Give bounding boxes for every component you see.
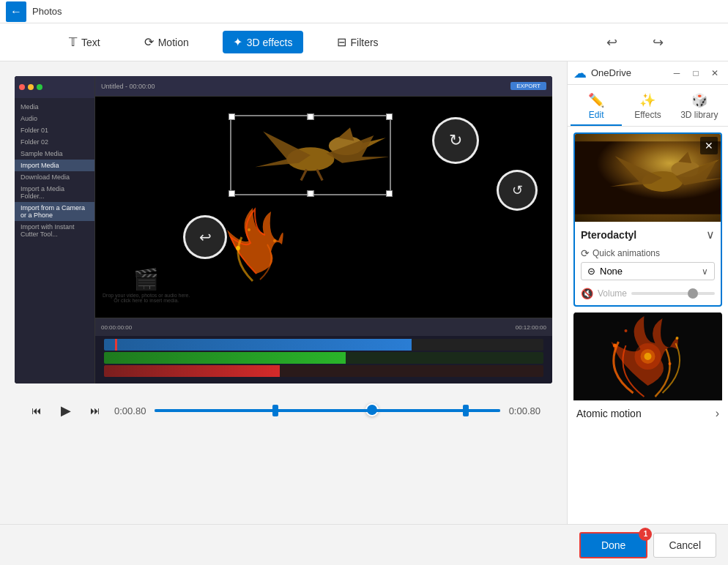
- main-content: Media Audio Folder 01 Folder 02 Sample M…: [0, 61, 728, 524]
- filmora-menu-item[interactable]: Download Media: [15, 171, 94, 183]
- redo-button[interactable]: ↪: [647, 31, 669, 53]
- object-card-chevron-icon: ∨: [706, 228, 715, 242]
- 3d-effects-label: 3D effects: [247, 37, 293, 48]
- bottom-bar: Done 1 Cancel: [0, 524, 728, 565]
- cancel-button[interactable]: Cancel: [653, 533, 716, 558]
- maximize-button[interactable]: □: [688, 66, 703, 81]
- drop-zone-hint: 🎬 Drop your video, photos or audio here.…: [103, 267, 190, 303]
- filmora-effect-track-fill: [104, 365, 280, 377]
- filmora-track-area: [95, 336, 552, 380]
- seek-handle-right[interactable]: [463, 405, 469, 416]
- rotation-handle-top[interactable]: ↻: [432, 117, 479, 164]
- animation-select[interactable]: ⊝ None ∨: [581, 262, 715, 280]
- video-canvas: Media Audio Folder 01 Folder 02 Sample M…: [15, 76, 552, 383]
- close-button[interactable]: ✕: [707, 66, 722, 81]
- onedrive-icon: ☁: [573, 65, 587, 81]
- filmora-video-track: [104, 339, 543, 351]
- resize-handle-br[interactable]: [386, 190, 393, 197]
- time-end: 0:00.80: [509, 405, 541, 416]
- motion-button[interactable]: ⟳ Motion: [134, 31, 199, 53]
- filmora-main: Untitled - 00:00:00 EXPORT: [95, 76, 552, 383]
- pterodactyl-svg: [231, 116, 390, 194]
- volume-thumb[interactable]: [688, 288, 698, 299]
- fire-particle-effect: [212, 201, 300, 288]
- filmora-preview: Media Audio Folder 01 Folder 02 Sample M…: [15, 76, 552, 383]
- filmora-playhead: [115, 339, 117, 351]
- filters-button[interactable]: ⊟ Filters: [327, 31, 389, 53]
- title-bar: ← Photos: [0, 0, 728, 23]
- tab-3d-library[interactable]: 🎲 3D library: [674, 88, 725, 126]
- volume-label: Volume: [598, 288, 627, 299]
- filmora-menu-item[interactable]: Media: [15, 101, 94, 113]
- object-card-title: Pterodactyl: [581, 229, 636, 241]
- filmora-menu-item[interactable]: Audio: [15, 113, 94, 124]
- filmora-menu-item-highlighted[interactable]: Import from a Camera or a Phone: [15, 202, 94, 221]
- edit-tab-icon: ✏️: [588, 92, 604, 108]
- filmora-menu-item[interactable]: Folder 01: [15, 124, 94, 136]
- resize-handle-tl[interactable]: [229, 113, 235, 120]
- minimize-button[interactable]: ─: [669, 66, 684, 81]
- right-panel-content: ✕ Pterodactyl ∨ ⟳ Quick animations ⊝ Non…: [568, 127, 728, 524]
- right-panel-titlebar: ☁ OneDrive ─ □ ✕: [568, 61, 728, 85]
- filmora-preview-area: ↻ ↺ ↩: [95, 97, 552, 318]
- rotation-arrow-right: ↺: [512, 182, 523, 198]
- filmora-menu-item[interactable]: Import with Instant Cutter Tool...: [15, 221, 94, 240]
- app-title: Photos: [32, 6, 62, 17]
- done-badge: 1: [639, 528, 652, 541]
- atomic-motion-svg: [573, 313, 722, 400]
- atomic-motion-footer: Atomic motion ›: [573, 400, 722, 426]
- atomic-motion-card[interactable]: Atomic motion ›: [573, 313, 722, 426]
- volume-row: 🔇 Volume: [581, 288, 715, 299]
- filmora-menu-item[interactable]: Sample Media: [15, 148, 94, 160]
- quick-anim-text: Quick animations: [593, 248, 660, 258]
- filmora-export-btn[interactable]: EXPORT: [510, 82, 546, 90]
- filmora-menu-item[interactable]: Folder 02: [15, 136, 94, 148]
- seek-progress: [155, 409, 499, 412]
- filmora-timeline-time: 00:00:00:00: [101, 324, 132, 331]
- motion-icon: ⟳: [144, 35, 154, 49]
- seek-handle-left[interactable]: [272, 405, 278, 416]
- resize-handle-bc[interactable]: [307, 190, 313, 197]
- text-label: Text: [81, 37, 100, 48]
- 3d-effects-button[interactable]: ✦ 3D effects: [223, 31, 303, 53]
- rotation-handle-right[interactable]: ↺: [497, 170, 538, 211]
- filmora-menu-item[interactable]: Import a Media Folder...: [15, 183, 94, 202]
- object-card-close-button[interactable]: ✕: [700, 137, 718, 154]
- resize-handle-bl[interactable]: [229, 190, 235, 197]
- motion-label: Motion: [158, 37, 189, 48]
- svg-line-7: [316, 169, 322, 180]
- svg-point-8: [236, 246, 240, 250]
- seek-bar-container[interactable]: [155, 403, 499, 418]
- seek-bar[interactable]: [155, 409, 499, 412]
- filmora-topbar: Untitled - 00:00:00 EXPORT: [95, 76, 552, 97]
- object-card-title-row: Pterodactyl ∨: [581, 228, 715, 242]
- undo-button[interactable]: ↩: [601, 31, 623, 53]
- select-chevron-icon: ∨: [702, 266, 708, 277]
- volume-slider[interactable]: [631, 292, 715, 295]
- skip-back-button[interactable]: ⏮: [26, 400, 47, 421]
- library-tab-label: 3D library: [680, 110, 718, 120]
- skip-forward-button[interactable]: ⏭: [85, 400, 105, 421]
- object-card-pterodactyl: ✕ Pterodactyl ∨ ⟳ Quick animations ⊝ Non…: [573, 132, 722, 307]
- back-button[interactable]: ←: [6, 1, 26, 22]
- svg-point-10: [248, 228, 250, 231]
- back-icon: ←: [10, 5, 22, 18]
- svg-point-22: [613, 344, 617, 348]
- resize-handle-tr[interactable]: [386, 113, 393, 120]
- play-button[interactable]: ▶: [56, 400, 76, 421]
- playback-controls: ⏮ ▶ ⏭ 0:00.80 0:00.80: [15, 392, 552, 429]
- object-card-body: Pterodactyl ∨ ⟳ Quick animations ⊝ None …: [575, 222, 721, 305]
- resize-handle-tc[interactable]: [307, 113, 313, 120]
- rotation-arrow-bottom: ↩: [199, 228, 212, 246]
- filmora-timeline-controls: 00:00:00:00 00:12:00:00: [95, 318, 552, 336]
- tab-effects[interactable]: ✨ Effects: [622, 88, 673, 126]
- time-start: 0:00.80: [114, 405, 146, 416]
- filmora-audio-track: [104, 352, 543, 364]
- tab-edit[interactable]: ✏️ Edit: [571, 88, 622, 126]
- filmora-effect-track: [104, 365, 543, 377]
- text-button[interactable]: 𝕋 Text: [59, 31, 111, 53]
- svg-point-24: [625, 329, 628, 332]
- filmora-menu-item-highlighted[interactable]: Import Media: [15, 160, 94, 171]
- none-icon: ⊝: [587, 266, 595, 277]
- done-button[interactable]: Done 1: [579, 532, 647, 558]
